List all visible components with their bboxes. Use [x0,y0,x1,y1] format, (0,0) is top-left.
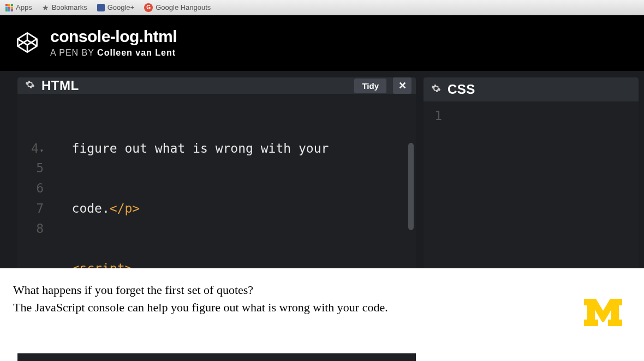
css-panel-title: CSS [448,82,475,97]
codepen-header: console-log.html A PEN BY Colleen van Le… [0,15,644,71]
html-panel: HTML Tidy ✕ 4▾ 5 6 7 8 figure out what i… [17,77,416,268]
scrollbar[interactable] [408,143,414,230]
output-line-1: What happens if you forget the first set… [13,281,631,299]
close-icon: ✕ [398,80,407,92]
gear-icon[interactable] [25,80,35,92]
close-button[interactable]: ✕ [393,77,412,94]
pen-author[interactable]: Colleen van Lent [97,48,176,57]
apps-bookmark[interactable]: Apps [5,3,32,11]
apps-grid-icon [5,4,13,11]
pen-byline: A PEN BY Colleen van Lent [50,48,177,58]
star-icon: ★ [42,3,49,12]
gear-icon[interactable] [431,83,441,95]
css-panel: CSS 1 [424,77,639,268]
output-preview: What happens if you forget the first set… [0,268,644,353]
html-panel-header: HTML Tidy ✕ [17,77,416,94]
googleplus-icon [97,4,105,11]
googleplus-bookmark[interactable]: Google+ [97,3,135,11]
umich-logo [584,299,622,331]
tidy-button[interactable]: Tidy [354,79,386,93]
byline-prefix: A PEN BY [50,48,97,57]
hangouts-icon: G [144,3,153,12]
hangouts-bookmark[interactable]: G Google Hangouts [144,3,211,12]
editor-area: HTML Tidy ✕ 4▾ 5 6 7 8 figure out what i… [0,71,644,268]
css-panel-header: CSS [424,77,639,101]
bookmarks-label: Bookmarks [52,3,87,11]
pen-title: console-log.html [50,27,177,46]
output-line-2: The JavaScript console can help you figu… [13,299,631,316]
fold-arrow-icon[interactable]: ▾ [40,147,44,154]
apps-label: Apps [16,3,32,11]
codepen-logo-icon [15,31,39,55]
html-panel-title: HTML [41,78,79,93]
umich-m-icon [584,299,622,326]
bookmarks-bookmark[interactable]: ★ Bookmarks [42,3,87,12]
browser-bookmarks-bar: Apps ★ Bookmarks Google+ G Google Hangou… [0,0,644,15]
googleplus-label: Google+ [108,3,135,11]
css-code-editor[interactable]: 1 [424,101,639,268]
css-gutter: 1 [424,106,448,263]
hangouts-label: Google Hangouts [156,3,211,11]
